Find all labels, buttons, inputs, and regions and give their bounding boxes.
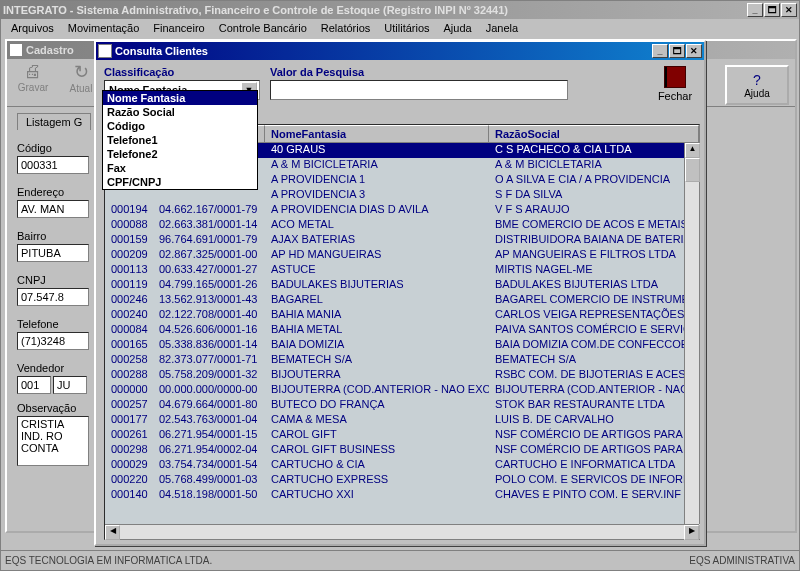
telefone-field[interactable]	[17, 332, 89, 350]
status-left: EQS TECNOLOGIA EM INFORMATICA LTDA.	[5, 555, 212, 566]
table-row[interactable]: 00025704.679.664/0001-80BUTECO DO FRANÇA…	[105, 398, 699, 413]
horizontal-scrollbar[interactable]: ◀ ▶	[105, 524, 699, 539]
ajuda-panel: ?Ajuda	[725, 65, 789, 105]
table-row[interactable]: 00014004.518.198/0001-50CARTUCHO XXICHAV…	[105, 488, 699, 503]
table-row[interactable]: 00025882.373.077/0001-71BEMATECH S/ABEMA…	[105, 353, 699, 368]
maximize-button[interactable]: 🗖	[764, 3, 780, 17]
vertical-scrollbar[interactable]: ▲ ▼	[684, 143, 699, 539]
menu-ajuda[interactable]: Ajuda	[438, 21, 478, 35]
menu-movimentacao[interactable]: Movimentação	[62, 21, 146, 35]
cadastro-title: Cadastro	[26, 44, 74, 56]
close-button[interactable]: ✕	[781, 3, 797, 17]
app-title: INTEGRATO - Sistema Administrativo, Fina…	[3, 4, 747, 16]
scroll-right-button[interactable]: ▶	[684, 525, 699, 540]
gravar-button[interactable]: 🖨Gravar	[13, 61, 53, 104]
col-razao[interactable]: RazãoSocial	[489, 125, 699, 142]
modal-maximize-button[interactable]: 🗖	[669, 44, 685, 58]
modal-icon	[98, 44, 112, 58]
vendedor-name-field[interactable]	[53, 376, 87, 394]
observ-textarea[interactable]: CRISTIA IND. RO CONTA	[17, 416, 89, 466]
cnpj-field[interactable]	[17, 288, 89, 306]
classificacao-dropdown-list[interactable]: Nome FantasiaRazão SocialCódigoTelefone1…	[102, 90, 258, 190]
table-row[interactable]: 00020902.867.325/0001-00AP HD MANGUEIRAS…	[105, 248, 699, 263]
classificacao-label: Classificação	[104, 66, 260, 78]
dropdown-option[interactable]: Nome Fantasia	[103, 91, 257, 105]
dropdown-option[interactable]: CPF/CNPJ	[103, 175, 257, 189]
menu-janela[interactable]: Janela	[480, 21, 524, 35]
codigo-field[interactable]	[17, 156, 89, 174]
menu-financeiro[interactable]: Financeiro	[147, 21, 210, 35]
modal-close-button[interactable]: ✕	[686, 44, 702, 58]
pesquisa-input[interactable]	[270, 80, 568, 100]
modal-minimize-button[interactable]: _	[652, 44, 668, 58]
dropdown-option[interactable]: Código	[103, 119, 257, 133]
endereco-field[interactable]	[17, 200, 89, 218]
pesquisa-label: Valor da Pesquisa	[270, 66, 568, 78]
table-row[interactable]: 00015996.764.691/0001-79AJAX BATERIASDIS…	[105, 233, 699, 248]
table-row[interactable]: 00019404.662.167/0001-79A PROVIDENCIA DI…	[105, 203, 699, 218]
scroll-up-button[interactable]: ▲	[685, 143, 700, 158]
statusbar: EQS TECNOLOGIA EM INFORMATICA LTDA. EQS …	[1, 550, 799, 570]
table-row[interactable]: 00024002.122.708/0001-40BAHIA MANIACARLO…	[105, 308, 699, 323]
table-row[interactable]: 00000000.000.000/0000-00BIJOUTERRA (COD.…	[105, 383, 699, 398]
menu-arquivos[interactable]: Arquivos	[5, 21, 60, 35]
dropdown-option[interactable]: Fax	[103, 161, 257, 175]
table-row[interactable]: 00026106.271.954/0001-15CAROL GIFTNSF CO…	[105, 428, 699, 443]
table-row[interactable]: 00024613.562.913/0001-43BAGARELBAGAREL C…	[105, 293, 699, 308]
table-row[interactable]: 00008802.663.381/0001-14ACO METALBME COM…	[105, 218, 699, 233]
app-titlebar: INTEGRATO - Sistema Administrativo, Fina…	[1, 1, 799, 19]
bairro-field[interactable]	[17, 244, 89, 262]
menu-utilitarios[interactable]: Utilitários	[378, 21, 435, 35]
menu-relatorios[interactable]: Relatórios	[315, 21, 377, 35]
dropdown-option[interactable]: Razão Social	[103, 105, 257, 119]
ajuda-button[interactable]: ?Ajuda	[725, 65, 789, 105]
table-row[interactable]: 00029806.271.954/0002-04CAROL GIFT BUSIN…	[105, 443, 699, 458]
minimize-button[interactable]: _	[747, 3, 763, 17]
modal-title: Consulta Clientes	[115, 45, 652, 57]
grid-body[interactable]: 40 GRAUSC S PACHECO & CIA LTDAA & M BICI…	[105, 143, 699, 539]
dropdown-option[interactable]: Telefone2	[103, 147, 257, 161]
table-row[interactable]: 00011300.633.427/0001-27ASTUCEMIRTIS NAG…	[105, 263, 699, 278]
table-row[interactable]: 00022005.768.499/0001-03CARTUCHO EXPRESS…	[105, 473, 699, 488]
menubar: Arquivos Movimentação Financeiro Control…	[1, 19, 799, 37]
fechar-button[interactable]: Fechar	[654, 66, 696, 102]
table-row[interactable]: A PROVIDENCIA 3S F DA SILVA	[105, 188, 699, 203]
status-right: EQS ADMINISTRATIVA	[689, 555, 795, 566]
table-row[interactable]: 00016505.338.836/0001-14BAIA DOMIZIABAIA…	[105, 338, 699, 353]
menu-controle-bancario[interactable]: Controle Bancário	[213, 21, 313, 35]
table-row[interactable]: 00008404.526.606/0001-16BAHIA METALPAIVA…	[105, 323, 699, 338]
vendedor-code-field[interactable]	[17, 376, 51, 394]
col-fantasia[interactable]: NomeFantasia	[265, 125, 489, 142]
scroll-left-button[interactable]: ◀	[105, 525, 120, 540]
table-row[interactable]: 00017702.543.763/0001-04CAMA & MESALUIS …	[105, 413, 699, 428]
tab-listagem[interactable]: Listagem G	[17, 113, 91, 130]
fechar-label: Fechar	[658, 90, 692, 102]
table-row[interactable]: 00028805.758.209/0001-32BIJOUTERRARSBC C…	[105, 368, 699, 383]
dropdown-option[interactable]: Telefone1	[103, 133, 257, 147]
table-row[interactable]: 00011904.799.165/0001-26BADULAKES BIJUTE…	[105, 278, 699, 293]
door-icon	[664, 66, 686, 88]
scroll-thumb[interactable]	[685, 158, 700, 182]
table-row[interactable]: 00002903.754.734/0001-54CARTUCHO & CIACA…	[105, 458, 699, 473]
modal-titlebar: Consulta Clientes _ 🗖 ✕	[96, 42, 704, 60]
